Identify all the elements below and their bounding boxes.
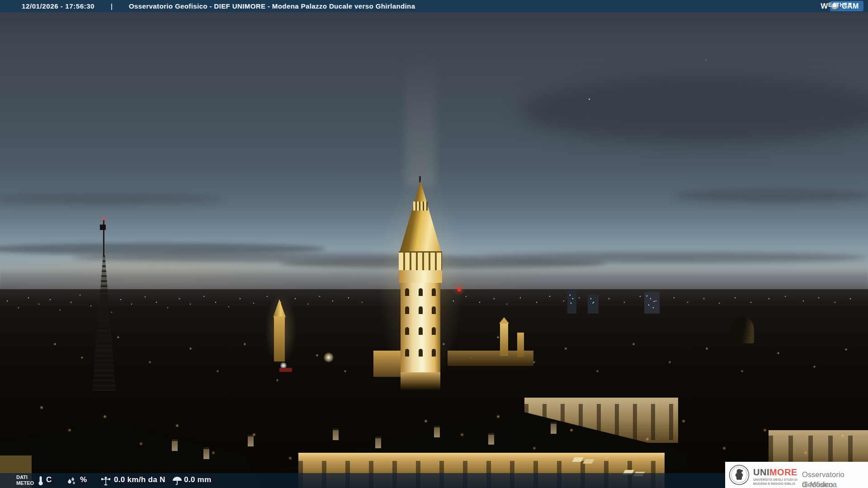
tower-light-beam	[405, 50, 436, 185]
tower-window-row	[405, 327, 436, 335]
umbrella-icon	[172, 475, 183, 486]
chimney	[172, 439, 178, 451]
dati-meteo-label: DATI METEO	[5, 474, 27, 480]
cloud-streak	[674, 189, 868, 202]
humidity-drops-icon	[66, 475, 77, 486]
star	[705, 60, 706, 61]
unimore-more-text: MORE	[769, 467, 797, 477]
ghirlandina-lantern	[413, 202, 428, 211]
anemometer-icon	[100, 476, 111, 487]
highrise-building	[588, 295, 599, 314]
tower-window-row	[405, 306, 436, 314]
webcam-viewer: 12/01/2026 - 17:56:30 | Osservatorio Geo…	[0, 0, 868, 488]
duomo-tower	[517, 333, 524, 357]
thermometer-icon	[35, 475, 46, 486]
unimore-wordmark: UNIMORE UNIVERSITÀ DEGLI STUDI DI MODENA…	[753, 468, 797, 482]
ghirlandina-upper-shaft	[399, 270, 442, 283]
wind-value: 0.0 km/h da N	[114, 475, 165, 484]
star	[589, 99, 590, 100]
tower-window-row	[405, 349, 436, 357]
chimney	[375, 436, 381, 448]
dome-silhouette	[731, 316, 754, 343]
tower-window-row	[405, 288, 436, 296]
rain-value: 0.0 mm	[184, 475, 211, 484]
antenna-beacon-light	[103, 218, 104, 220]
chimney	[248, 435, 254, 446]
cloud-streak	[470, 252, 868, 263]
weathercam-watermark: WEATHER CAM	[821, 0, 863, 12]
temperature-value: C	[46, 475, 52, 484]
duomo-apse	[373, 351, 401, 377]
street-lamp	[324, 352, 334, 362]
antenna-platform	[100, 225, 106, 230]
weathercam-weather-label: WEATHER	[821, 2, 828, 11]
ghirlandina-balustrade	[399, 251, 442, 270]
datetime-label: 12/01/2026 - 17:56:30	[22, 2, 94, 10]
highrise-building	[567, 290, 576, 314]
chimney	[488, 433, 494, 445]
church-tower	[274, 316, 285, 361]
camera-title: Osservatorio Geofisico - DIEF UNIMORE - …	[129, 2, 415, 10]
chimney	[333, 428, 339, 440]
chimney	[203, 447, 209, 459]
humidity-value: %	[80, 475, 87, 484]
unimore-seal-icon	[729, 465, 750, 485]
unimore-brand-box: UNIMORE UNIVERSITÀ DEGLI STUDI DI MODENA…	[725, 462, 868, 488]
university-subtitle: UNIVERSITÀ DEGLI STUDI DI MODENA E REGGI…	[753, 478, 797, 482]
duomo-tower	[500, 324, 508, 356]
chimney	[434, 426, 440, 437]
separator: |	[111, 3, 113, 10]
chimney	[551, 422, 557, 434]
red-storefront-light	[279, 368, 292, 372]
highrise-building	[644, 292, 660, 314]
ghirlandina-shaft	[401, 283, 440, 377]
top-info-bar: 12/01/2026 - 17:56:30 | Osservatorio Geo…	[0, 0, 868, 12]
ghirlandina-base	[401, 372, 440, 390]
city-night-photo	[0, 0, 868, 488]
unimore-uni-text: UNI	[753, 467, 769, 477]
